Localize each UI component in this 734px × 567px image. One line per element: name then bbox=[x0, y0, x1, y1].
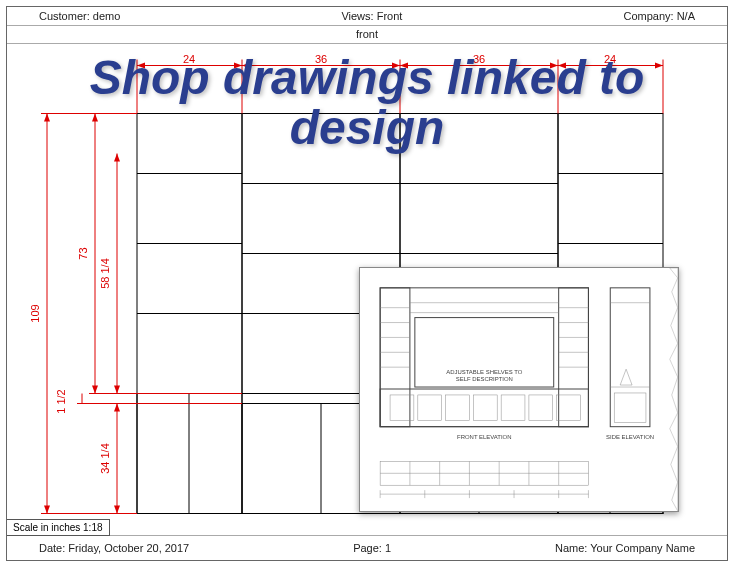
dim-height-73: 73 bbox=[77, 247, 89, 259]
svg-marker-56 bbox=[114, 506, 120, 514]
svg-rect-80 bbox=[557, 395, 581, 421]
svg-marker-34 bbox=[242, 63, 250, 69]
header-customer: Customer: demo bbox=[39, 10, 120, 22]
svg-rect-59 bbox=[559, 288, 589, 427]
page-frame: Customer: demo Views: Front Company: N/A… bbox=[6, 6, 728, 561]
svg-rect-79 bbox=[529, 395, 553, 421]
svg-marker-47 bbox=[92, 114, 98, 122]
svg-marker-44 bbox=[44, 506, 50, 514]
inset-label-front: FRONT ELEVATION bbox=[457, 434, 511, 440]
header-view: Views: Front bbox=[341, 10, 402, 22]
dim-lower: 34 1/4 bbox=[99, 443, 111, 474]
footer-bar: Date: Friday, October 20, 2017 Page: 1 N… bbox=[7, 535, 727, 560]
svg-rect-81 bbox=[610, 288, 650, 427]
svg-rect-77 bbox=[473, 395, 497, 421]
svg-rect-84 bbox=[614, 393, 646, 423]
svg-marker-35 bbox=[392, 63, 400, 69]
svg-marker-55 bbox=[114, 404, 120, 412]
footer-name: Name: Your Company Name bbox=[555, 542, 695, 554]
svg-rect-57 bbox=[380, 288, 588, 427]
svg-marker-51 bbox=[114, 386, 120, 394]
dim-top-0: 24 bbox=[183, 53, 195, 65]
footer-page: Page: 1 bbox=[353, 542, 391, 554]
svg-marker-39 bbox=[655, 63, 663, 69]
svg-marker-32 bbox=[137, 63, 145, 69]
dim-height-overall: 109 bbox=[29, 304, 41, 322]
svg-rect-76 bbox=[446, 395, 470, 421]
footer-date: Date: Friday, October 20, 2017 bbox=[39, 542, 189, 554]
svg-marker-38 bbox=[558, 63, 566, 69]
svg-marker-33 bbox=[234, 63, 242, 69]
svg-rect-78 bbox=[501, 395, 525, 421]
svg-marker-43 bbox=[44, 114, 50, 122]
svg-marker-48 bbox=[92, 386, 98, 394]
svg-rect-58 bbox=[380, 288, 410, 427]
inset-label-side: SIDE ELEVATION bbox=[606, 434, 654, 440]
svg-rect-73 bbox=[380, 389, 588, 427]
svg-marker-37 bbox=[550, 63, 558, 69]
header-bar: Customer: demo Views: Front Company: N/A bbox=[7, 7, 727, 26]
dim-top-3: 24 bbox=[604, 53, 616, 65]
dim-top-1: 36 bbox=[315, 53, 327, 65]
svg-marker-50 bbox=[114, 154, 120, 162]
svg-marker-36 bbox=[400, 63, 408, 69]
inset-drawing: ADJUSTABLE SHELVES TO SELF DESCRIPTION F… bbox=[359, 267, 679, 512]
inset-note-1: ADJUSTABLE SHELVES TO bbox=[446, 369, 522, 375]
scale-label: Scale in inches 1:18 bbox=[7, 519, 110, 536]
header-company: Company: N/A bbox=[623, 10, 695, 22]
svg-rect-75 bbox=[418, 395, 442, 421]
dim-gap: 1 1/2 bbox=[55, 389, 67, 413]
dim-height-58: 58 1/4 bbox=[99, 258, 111, 289]
header-subview: front bbox=[7, 26, 727, 44]
dim-top-2: 36 bbox=[473, 53, 485, 65]
inset-note-2: SELF DESCRIPTION bbox=[456, 376, 513, 382]
